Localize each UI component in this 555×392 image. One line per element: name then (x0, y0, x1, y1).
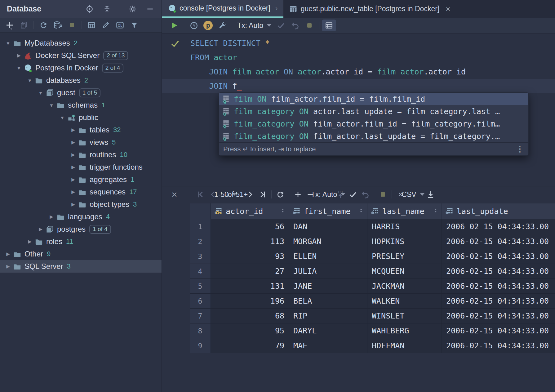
commit-button[interactable] (274, 20, 288, 31)
new-item-button[interactable] (2, 19, 17, 31)
cell-first_name[interactable]: JANE (289, 279, 367, 294)
rollback-button[interactable] (359, 189, 371, 200)
cell-actor_id[interactable]: 79 (211, 338, 289, 353)
sort-arrows-icon[interactable] (432, 206, 439, 216)
chevron-collapsed-icon[interactable]: ▶ (69, 177, 78, 182)
stop-button[interactable] (65, 19, 79, 31)
completion-item[interactable]: film ON film_actor.film_id = film.film_i… (219, 93, 528, 105)
cell-last_update[interactable]: 2006-02-15 04:34:33.00 (442, 264, 555, 279)
edit-button[interactable] (99, 19, 113, 31)
cell-first_name[interactable]: MORGAN (289, 234, 367, 249)
filter-button[interactable] (127, 19, 141, 31)
cell-last_name[interactable]: JACKMAN (367, 279, 442, 294)
cell-last_name[interactable]: WAHLBERG (367, 323, 442, 338)
chevron-collapsed-icon[interactable]: ▶ (69, 202, 78, 207)
tree-item-other[interactable]: ▶Other9 (0, 248, 162, 260)
page-total-label[interactable]: of 51+ (232, 189, 244, 200)
export-format-select[interactable]: CSV (407, 189, 419, 200)
inline-results-toggle[interactable] (322, 20, 336, 31)
tree-item-public[interactable]: ▼public (0, 111, 162, 124)
tree-item-roles[interactable]: ▶roles11 (0, 235, 162, 248)
cell-first_name[interactable]: ELLEN (289, 249, 367, 264)
cell-actor_id[interactable]: 131 (211, 279, 289, 294)
cell-last_name[interactable]: WALKEN (367, 294, 442, 309)
chevron-expanded-icon[interactable]: ▼ (25, 78, 34, 83)
column-header-last_name[interactable]: last_name (367, 203, 442, 219)
cell-actor_id[interactable]: 196 (211, 294, 289, 309)
chevron-collapsed-icon[interactable]: ▶ (69, 152, 78, 158)
chevron-collapsed-icon[interactable]: ▶ (69, 164, 78, 170)
row-number[interactable]: 2 (190, 234, 211, 249)
postgres-dialect-badge[interactable]: p (201, 20, 215, 31)
chevron-collapsed-icon[interactable]: ▶ (69, 127, 78, 133)
stop-query-button[interactable] (302, 20, 317, 31)
cell-actor_id[interactable]: 27 (211, 264, 289, 279)
cell-first_name[interactable]: DARYL (289, 323, 367, 338)
completion-item[interactable]: film_category ON film_actor.last_update … (219, 130, 528, 142)
cell-last_name[interactable]: MCQUEEN (367, 264, 442, 279)
chevron-expanded-icon[interactable]: ▼ (4, 41, 12, 46)
sql-editor[interactable]: SELECT DISTINCT *FROM actor JOIN film_ac… (162, 33, 555, 186)
tree-item-sql-server[interactable]: ▶SQL Server3 (0, 260, 162, 273)
locate-icon[interactable] (82, 3, 97, 15)
sort-arrows-icon[interactable] (357, 206, 365, 216)
cell-first_name[interactable]: DAN (289, 219, 367, 234)
jump-to-settings-button[interactable] (215, 20, 229, 31)
completion-item[interactable]: film_category ON film_actor.film_id = fi… (219, 118, 528, 130)
tx-mode-select[interactable]: Tx: Auto (235, 20, 274, 31)
hide-panel-icon[interactable] (143, 3, 157, 15)
collapse-all-icon[interactable] (100, 3, 114, 15)
rollback-button[interactable] (288, 20, 302, 31)
tree-item-sequences[interactable]: ▶sequences17 (0, 186, 162, 198)
tree-item-docker-sql-server[interactable]: ▶Docker SQL Server2 of 13 (0, 49, 162, 62)
row-number[interactable]: 1 (190, 219, 211, 234)
tab-console[interactable]: console [Postgres in Docker] › (162, 0, 283, 18)
tree-item-trigger-functions[interactable]: ▶trigger functions (0, 161, 162, 173)
cell-last_update[interactable]: 2006-02-15 04:34:33.00 (442, 294, 555, 309)
tree-item-postgres[interactable]: ▶postgres1 of 4 (0, 223, 162, 235)
chevron-collapsed-icon[interactable]: ▶ (4, 264, 12, 269)
last-page-button[interactable] (256, 189, 269, 200)
close-tab-icon[interactable]: × (446, 5, 450, 13)
settings-gear-icon[interactable] (126, 3, 140, 15)
reload-page-button[interactable] (274, 189, 286, 200)
chevron-collapsed-icon[interactable]: ▶ (47, 214, 56, 220)
chevron-collapsed-icon[interactable]: ▶ (25, 239, 34, 244)
cell-first_name[interactable]: MAE (289, 338, 367, 353)
export-download-button[interactable] (424, 189, 437, 200)
duplicate-button[interactable] (17, 19, 31, 31)
cell-last_update[interactable]: 2006-02-15 04:34:33.00 (442, 338, 555, 353)
row-number[interactable]: 6 (190, 294, 211, 309)
data-source-properties-button[interactable] (51, 19, 65, 31)
add-row-button[interactable] (292, 189, 304, 200)
tree-item-object-types[interactable]: ▶object types3 (0, 198, 162, 211)
commit-button[interactable] (347, 189, 359, 200)
chevron-expanded-icon[interactable]: ▼ (47, 103, 56, 108)
sql-line[interactable]: SELECT DISTINCT * (162, 36, 555, 51)
row-number[interactable]: 4 (190, 264, 211, 279)
cell-last_update[interactable]: 2006-02-15 04:34:33.00 (442, 219, 555, 234)
tree-item-aggregates[interactable]: ▶aggregates1 (0, 173, 162, 186)
row-number[interactable]: 9 (190, 338, 211, 353)
cell-last_update[interactable]: 2006-02-15 04:34:33.00 (442, 323, 555, 338)
next-page-button[interactable] (244, 189, 256, 200)
tree-item-schemas[interactable]: ▼schemas1 (0, 99, 162, 111)
column-header-last_update[interactable]: last_update (442, 203, 555, 219)
cell-actor_id[interactable]: 68 (211, 309, 289, 323)
tree-item-tables[interactable]: ▶tables32 (0, 124, 162, 136)
stop-button[interactable] (377, 189, 389, 200)
cell-last_name[interactable]: PRESLEY (367, 249, 442, 264)
cell-first_name[interactable]: BELA (289, 294, 367, 309)
tree-item-routines[interactable]: ▶routines10 (0, 149, 162, 161)
chevron-collapsed-icon[interactable]: ▶ (4, 251, 12, 257)
table-view-button[interactable] (84, 19, 99, 31)
column-header-actor_id[interactable]: actor_id (211, 203, 289, 219)
chevron-collapsed-icon[interactable]: ▶ (69, 189, 78, 195)
tree-item-views[interactable]: ▶views5 (0, 136, 162, 149)
tx-mode-select[interactable]: Tx: Auto (322, 189, 334, 200)
more-options-icon[interactable]: ⋮ (516, 144, 524, 154)
tree-item-mydatabases[interactable]: ▼MyDatabases2 (0, 37, 162, 49)
tree-item-languages[interactable]: ▶languages4 (0, 211, 162, 223)
cell-first_name[interactable]: JULIA (289, 264, 367, 279)
tree-item-postgres-in-docker[interactable]: ▼Postgres in Docker2 of 4 (0, 62, 162, 74)
